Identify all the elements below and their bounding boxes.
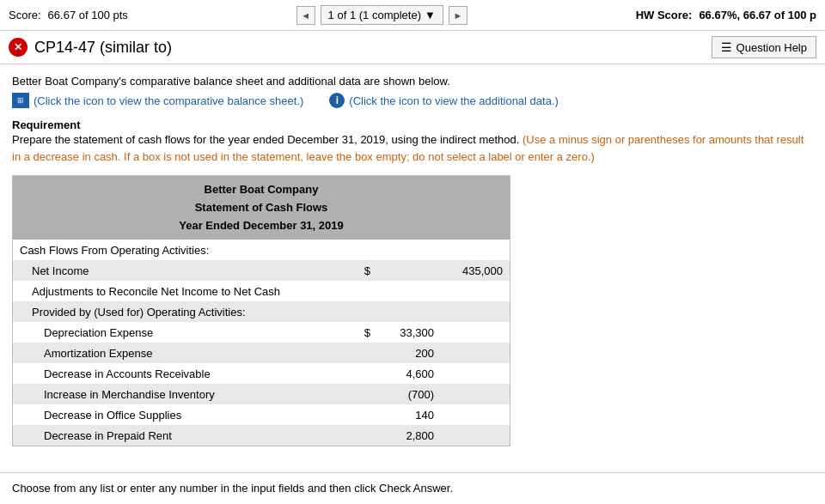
table-row: Cash Flows From Operating Activities:: [13, 240, 510, 260]
question-help-label: Question Help: [736, 41, 807, 54]
prev-arrow-button[interactable]: ◄: [296, 6, 315, 25]
additional-data-link-text: (Click the icon to view the additional d…: [349, 94, 559, 107]
row-label: Increase in Merchandise Inventory: [20, 388, 357, 401]
score-value: 66.67 of 100 pts: [48, 9, 128, 21]
table-row: Amortization Expense 200: [13, 343, 510, 363]
balance-sheet-icon: ⊞: [12, 93, 29, 108]
row-amount2: 435,000: [434, 264, 503, 277]
row-label: Net Income: [20, 264, 357, 277]
progress-button[interactable]: 1 of 1 (1 complete) ▼: [321, 5, 443, 25]
table-row: Decrease in Prepaid Rent 2,800: [13, 425, 510, 446]
table-row: Depreciation Expense $ 33,300: [13, 322, 510, 343]
row-label: Depreciation Expense: [20, 326, 357, 339]
row-amount: 200: [374, 347, 434, 360]
additional-data-link[interactable]: i (Click the icon to view the additional…: [329, 93, 559, 108]
balance-sheet-link-text: (Click the icon to view the comparative …: [34, 94, 303, 107]
bottom-note: Choose from any list or enter any number…: [0, 472, 825, 503]
progress-dropdown-icon: ▼: [425, 9, 436, 21]
row-label: Provided by (Used for) Operating Activit…: [20, 306, 357, 319]
hw-score-section: HW Score: 66.67%, 66.67 of 100 p: [636, 9, 816, 21]
list-icon: ☰: [721, 40, 732, 54]
question-help-button[interactable]: ☰ Question Help: [712, 36, 816, 58]
row-dollar: $: [357, 264, 370, 277]
bottom-note-text: Choose from any list or enter any number…: [12, 482, 453, 495]
intro-text: Better Boat Company's comparative balanc…: [12, 75, 813, 88]
hw-score-value: 66.67%, 66.67 of 100 p: [699, 9, 816, 21]
row-amount: 4,600: [374, 367, 434, 380]
row-label: Adjustments to Reconcile Net Income to N…: [20, 285, 357, 298]
table-row: Net Income $ 435,000: [13, 260, 510, 281]
row-dollar: $: [357, 326, 370, 339]
hw-score-label: HW Score:: [636, 9, 693, 21]
row-amount: (700): [374, 388, 434, 401]
row-amount: 140: [374, 409, 434, 422]
statement-header: Better Boat Company Statement of Cash Fl…: [13, 176, 510, 240]
progress-text: 1 of 1 (1 complete): [328, 9, 421, 21]
main-content: Better Boat Company's comparative balanc…: [0, 64, 825, 469]
info-circle-icon: i: [329, 93, 345, 108]
table-row: Adjustments to Reconcile Net Income to N…: [13, 281, 510, 301]
row-amount: 33,300: [374, 326, 434, 339]
row-label: Cash Flows From Operating Activities:: [20, 244, 357, 257]
row-label: Decrease in Office Supplies: [20, 409, 357, 422]
title-bar: ✕ CP14-47 (similar to) ☰ Question Help: [0, 31, 825, 64]
cash-flow-statement: Better Boat Company Statement of Cash Fl…: [12, 175, 510, 446]
requirement-section: Requirement Prepare the statement of cas…: [12, 118, 813, 165]
requirement-main-text: Prepare the statement of cash flows for …: [12, 133, 519, 146]
next-arrow-button[interactable]: ►: [449, 6, 468, 25]
statement-body: Cash Flows From Operating Activities: Ne…: [13, 240, 510, 446]
statement-title-line3: Year Ended December 31, 2019: [16, 217, 506, 235]
score-label: Score:: [9, 9, 41, 21]
requirement-text: Prepare the statement of cash flows for …: [12, 131, 813, 165]
row-label: Decrease in Accounts Receivable: [20, 367, 357, 380]
row-amount: 2,800: [374, 429, 434, 442]
row-label: Decrease in Prepaid Rent: [20, 429, 357, 442]
requirement-label: Requirement: [12, 118, 813, 131]
table-row: Provided by (Used for) Operating Activit…: [13, 301, 510, 322]
icon-links-section: ⊞ (Click the icon to view the comparativ…: [12, 93, 813, 108]
table-row: Increase in Merchandise Inventory (700): [13, 384, 510, 404]
top-bar: Score: 66.67 of 100 pts ◄ 1 of 1 (1 comp…: [0, 0, 825, 31]
close-icon[interactable]: ✕: [9, 38, 28, 57]
row-label: Amortization Expense: [20, 347, 357, 360]
table-row: Decrease in Office Supplies 140: [13, 404, 510, 425]
table-row: Decrease in Accounts Receivable 4,600: [13, 363, 510, 384]
navigation-section: ◄ 1 of 1 (1 complete) ▼ ►: [296, 5, 468, 25]
statement-title-line1: Better Boat Company: [16, 181, 506, 199]
balance-sheet-link[interactable]: ⊞ (Click the icon to view the comparativ…: [12, 93, 303, 108]
score-section: Score: 66.67 of 100 pts: [9, 9, 128, 21]
statement-title-line2: Statement of Cash Flows: [16, 199, 506, 217]
page-title: CP14-47 (similar to): [34, 39, 172, 57]
title-left: ✕ CP14-47 (similar to): [9, 38, 172, 57]
